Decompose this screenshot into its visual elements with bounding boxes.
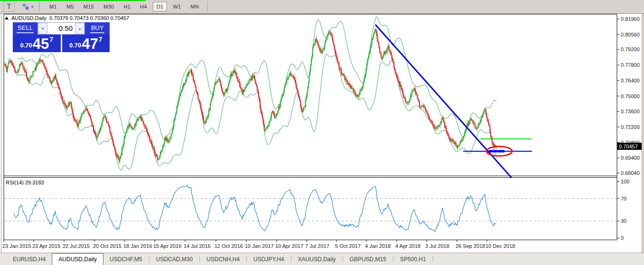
- timeframe-group: M1M5M15M30H1H4D1W1MN: [45, 2, 204, 11]
- price-tick-label: 0.72200: [621, 124, 640, 130]
- current-price-label: 0.70457: [619, 144, 638, 149]
- sell-price-small: 0.70: [20, 42, 32, 49]
- volume-input[interactable]: 0.50: [47, 23, 75, 34]
- chart-title-symbol: AUDUSD,Daily: [11, 15, 47, 21]
- price-tick-label: 0.75000: [621, 93, 640, 99]
- tab-usdchf[interactable]: USDCHF,M5: [103, 253, 149, 265]
- price-tick-label: 0.79200: [621, 46, 640, 52]
- date-tick-label: 18 Jan 2016: [123, 243, 152, 249]
- price-tick-label: 0.77800: [621, 62, 640, 68]
- buy-price-small: 0.70: [69, 42, 81, 49]
- timeframe-button-mn[interactable]: MN: [187, 2, 203, 11]
- timeframe-button-m5[interactable]: M5: [63, 2, 78, 11]
- timeframe-button-m1[interactable]: M1: [46, 2, 61, 11]
- timeframe-button-h4[interactable]: H4: [136, 2, 151, 11]
- buy-button[interactable]: BUY: [85, 22, 110, 35]
- date-tick-label: 20 Oct 2015: [93, 243, 121, 249]
- rsi-tick-label: 100: [621, 179, 629, 184]
- chart-title: AUDUSD,Daily 0.70379 0.70473 0.70360 0.7…: [5, 15, 129, 21]
- buy-button-label: BUY: [90, 24, 105, 33]
- tab-divider: [433, 256, 433, 262]
- timeframe-button-h1[interactable]: H1: [120, 2, 134, 11]
- price-tick-label: 0.68040: [621, 170, 640, 176]
- timeframe-button-m30[interactable]: M30: [100, 2, 118, 11]
- chart-tab-bar: EURUSD,H4AUDUSD,DailyUSDCHF,M5USDCAD,M30…: [0, 253, 644, 265]
- text-tool-button[interactable]: T: [3, 1, 15, 12]
- sell-button[interactable]: SELL: [13, 22, 37, 35]
- toolbar-separator: [207, 1, 208, 12]
- timeframe-button-m15[interactable]: M15: [80, 2, 98, 11]
- sell-price-sup: 7: [49, 36, 53, 43]
- volume-stepper: ▼ 0.50 ▲: [37, 22, 85, 35]
- price-tick-label: 0.76400: [621, 78, 640, 83]
- tab-divider: [291, 256, 291, 262]
- tab-usdjpy[interactable]: USDJPY,H4: [247, 253, 290, 265]
- tab-usdcad[interactable]: USDCAD,M30: [150, 253, 199, 265]
- date-tick-label: 22 Jul 2015: [63, 243, 90, 249]
- chevron-down-icon: ▾: [31, 5, 33, 9]
- tab-divider: [246, 256, 247, 262]
- date-tick-label: 4 Apr 2018: [395, 243, 420, 249]
- rsi-tick-label: 0: [621, 235, 624, 241]
- timeframe-button-w1[interactable]: W1: [169, 2, 185, 11]
- sell-button-label: SELL: [17, 24, 34, 33]
- date-tick-label: 15 Apr 2016: [153, 243, 181, 249]
- price-tick-label: 0.81960: [621, 16, 640, 22]
- window-edge-strip: [642, 13, 644, 253]
- progress-line: [0, 0, 146, 1]
- toolbar-drag-handle[interactable]: [39, 2, 40, 11]
- date-tick-label: 10 Dec 2018: [485, 243, 515, 249]
- sell-price-big: 45: [33, 37, 49, 51]
- rsi-tick-label: 30: [621, 218, 626, 224]
- tab-xauusd[interactable]: XAUUSD,Daily: [292, 253, 342, 265]
- buy-price-big: 47: [82, 37, 98, 51]
- price-tick-label: 0.80560: [621, 32, 640, 37]
- date-tick-label: 7 Jul 2017: [305, 243, 329, 249]
- date-tick-label: 26 Sep 2018: [456, 243, 485, 249]
- indicator-arrows-icon[interactable]: ▾: [21, 3, 33, 10]
- date-tick-label: 5 Oct 2017: [335, 243, 361, 249]
- volume-decrease-button[interactable]: ▼: [38, 23, 47, 34]
- tab-divider: [199, 256, 200, 262]
- top-toolbar: T ▾ M1M5M15M30H1H4D1W1MN: [0, 0, 644, 14]
- tab-gbpusd[interactable]: GBPUSD,M15: [344, 253, 392, 265]
- tab-eurusd[interactable]: EURUSD,H4: [7, 253, 52, 265]
- buy-price-block[interactable]: 0.70 47 7: [62, 35, 110, 52]
- buy-price-sup: 7: [99, 36, 103, 43]
- rsi-indicator-label: RSI(14) 29.3183: [6, 180, 44, 185]
- date-tick-label: 3 Jul 2018: [425, 243, 449, 249]
- tab-usdcnh[interactable]: USDCNH,H4: [200, 253, 246, 265]
- tab-divider: [393, 256, 393, 262]
- chart-title-ohlc: 0.70379 0.70473 0.70360 0.70457: [49, 15, 129, 21]
- date-tick-label: 23 Jan 2015: [2, 243, 31, 249]
- one-click-trading-panel: SELL ▼ 0.50 ▲ BUY 0.70 45 7 0.70 47 7: [13, 22, 110, 52]
- date-tick-label: 12 Oct 2016: [215, 243, 243, 249]
- tab-sp500[interactable]: SP500,H1: [394, 253, 432, 265]
- volume-increase-button[interactable]: ▲: [75, 23, 84, 34]
- tab-divider: [343, 256, 343, 262]
- price-tick-label: 0.69400: [621, 155, 640, 161]
- sell-price-block[interactable]: 0.70 45 7: [13, 35, 61, 52]
- date-tick-label: 23 Apr 2015: [32, 243, 60, 249]
- date-tick-label: 10 Apr 2017: [275, 243, 303, 249]
- collapse-panel-icon[interactable]: [5, 17, 9, 19]
- tab-divider: [149, 256, 149, 262]
- date-tick-label: 4 Jan 2018: [365, 243, 391, 249]
- price-tick-label: 0.73600: [621, 109, 640, 114]
- rsi-tick-label: 70: [621, 196, 626, 201]
- date-tick-label: 14 Jul 2016: [184, 243, 211, 249]
- tab-audusd[interactable]: AUDUSD,Daily: [52, 253, 103, 265]
- timeframe-button-d1[interactable]: D1: [153, 2, 168, 11]
- date-tick-label: 10 Jan 2017: [245, 243, 274, 249]
